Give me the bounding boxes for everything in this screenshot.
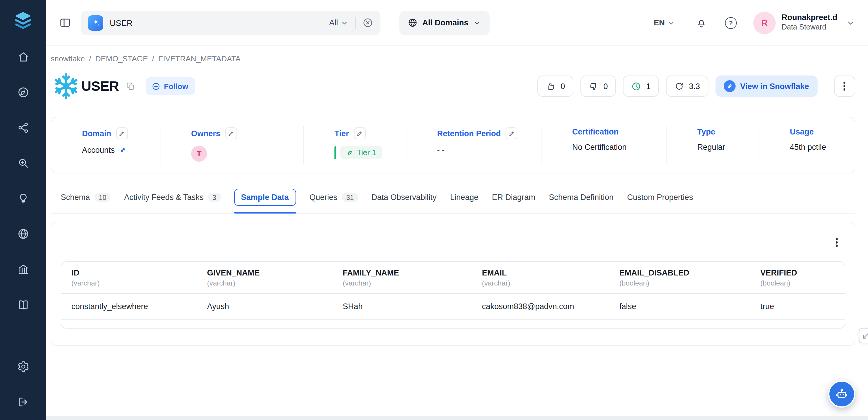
- global-search-bar[interactable]: USER All: [81, 10, 380, 35]
- breadcrumb-item[interactable]: FIVETRAN_METADATA: [158, 54, 241, 63]
- tab-schema-definition[interactable]: Schema Definition: [549, 193, 614, 202]
- user-avatar[interactable]: R: [753, 11, 776, 34]
- search-scope-dropdown[interactable]: All: [329, 18, 349, 27]
- network-icon[interactable]: [17, 121, 29, 134]
- breadcrumb: snowflake / DEMO_STAGE / FIVETRAN_METADA…: [51, 54, 855, 63]
- leaf-icon: [346, 149, 353, 156]
- topbar-right: EN ? R Rounakpreet.d Data Steward: [654, 11, 855, 34]
- thumbs-up-icon: [546, 81, 556, 91]
- compass-icon[interactable]: [17, 86, 29, 98]
- column-header[interactable]: ID(varchar): [61, 262, 197, 294]
- column-header[interactable]: FAMILY_NAME(varchar): [333, 262, 472, 294]
- copy-icon[interactable]: [126, 82, 135, 91]
- breadcrumb-item[interactable]: DEMO_STAGE: [95, 54, 148, 63]
- home-icon[interactable]: [17, 51, 29, 63]
- field-owners: Owners T: [160, 126, 304, 164]
- breadcrumb-item[interactable]: snowflake: [51, 54, 85, 63]
- owner-avatar[interactable]: T: [191, 146, 207, 162]
- score-button[interactable]: 3.3: [666, 76, 708, 97]
- side-panel-expand-icon[interactable]: [859, 328, 868, 343]
- settings-gear-icon[interactable]: [17, 360, 29, 373]
- tier-accent-bar: [335, 146, 336, 159]
- chatbot-button[interactable]: [828, 381, 855, 408]
- tier-badge[interactable]: Tier 1: [340, 146, 382, 159]
- thumbs-down-icon: [589, 81, 599, 91]
- atlan-logo-icon[interactable]: [12, 8, 34, 31]
- refresh-icon: [674, 81, 684, 91]
- column-header[interactable]: GIVEN_NAME(varchar): [197, 262, 333, 294]
- table-cell: cakosom838@padvn.com: [472, 294, 609, 320]
- edit-pencil-icon[interactable]: [505, 127, 517, 139]
- tab-schema[interactable]: Schema10: [61, 193, 111, 202]
- globe-icon[interactable]: [17, 228, 29, 240]
- insights-bulb-icon[interactable]: [17, 192, 29, 205]
- likes-button[interactable]: 0: [538, 76, 574, 97]
- domain-value[interactable]: Accounts: [82, 146, 115, 154]
- tab-badge: 31: [342, 193, 358, 202]
- edit-pencil-icon[interactable]: [225, 127, 237, 139]
- search-clear-icon[interactable]: [362, 17, 373, 28]
- governance-bank-icon[interactable]: [17, 263, 29, 275]
- tab-lineage[interactable]: Lineage: [450, 193, 478, 202]
- search-input[interactable]: USER: [110, 18, 323, 27]
- search-tool-icon[interactable]: [17, 157, 29, 169]
- column-header[interactable]: VERIFIED(boolean): [750, 262, 844, 294]
- panel-toggle-icon[interactable]: [59, 17, 71, 29]
- ai-sparkle-icon: [88, 15, 103, 30]
- field-tier: Tier Tier 1: [304, 126, 406, 164]
- recency-button[interactable]: 1: [623, 76, 659, 97]
- asset-header: USER Follow 0 0 1: [51, 71, 855, 101]
- user-role: Data Steward: [782, 23, 837, 32]
- dislikes-button[interactable]: 0: [581, 76, 616, 97]
- logout-icon[interactable]: [17, 396, 29, 408]
- field-certification: Certification No Certification: [541, 126, 666, 164]
- glossary-book-icon[interactable]: [17, 299, 29, 311]
- overview-card: Domain Accounts Owners T Tier Tier 1: [51, 117, 855, 173]
- robot-icon: [834, 387, 848, 401]
- follow-button[interactable]: Follow: [146, 77, 195, 95]
- notifications-bell-icon[interactable]: [695, 17, 707, 29]
- table-cell: Ayush: [197, 294, 333, 320]
- tab-queries[interactable]: Queries31: [309, 193, 358, 202]
- sidebar: [0, 0, 46, 420]
- kebab-icon: [843, 85, 845, 87]
- app-window: USER All All Domains EN ? R Rounakpreet.…: [0, 0, 868, 420]
- chevron-down-icon: [473, 19, 481, 27]
- field-type: Type Regular: [666, 126, 759, 164]
- edit-pencil-icon[interactable]: [353, 127, 365, 139]
- sample-data-table: ID(varchar) GIVEN_NAME(varchar) FAMILY_N…: [61, 261, 845, 329]
- search-divider: [355, 17, 356, 29]
- sidebar-nav: [17, 51, 29, 311]
- column-header[interactable]: EMAIL(varchar): [472, 262, 609, 294]
- field-retention-period: Retention Period - -: [406, 126, 541, 164]
- asset-actions: 0 0 1 3.3 View in Snowflake: [538, 76, 855, 97]
- tab-activity-feeds-tasks[interactable]: Activity Feeds & Tasks3: [124, 193, 220, 202]
- field-usage: Usage 45th pctile: [759, 126, 855, 164]
- sample-data-more-menu[interactable]: [830, 235, 844, 249]
- edit-pencil-icon[interactable]: [116, 127, 128, 139]
- table-cell: false: [609, 294, 750, 320]
- table-header-row: ID(varchar) GIVEN_NAME(varchar) FAMILY_N…: [61, 262, 844, 294]
- all-domains-dropdown[interactable]: All Domains: [399, 10, 490, 35]
- asset-tabs: Schema10 Activity Feeds & Tasks3 Sample …: [51, 184, 855, 214]
- domain-link-icon[interactable]: [119, 146, 127, 154]
- user-identity: Rounakpreet.d Data Steward: [782, 13, 837, 32]
- table-cell: SHah: [333, 294, 472, 320]
- tab-custom-properties[interactable]: Custom Properties: [627, 193, 693, 202]
- table-cell: true: [750, 294, 844, 320]
- chevron-down-icon: [667, 19, 675, 27]
- view-in-snowflake-button[interactable]: View in Snowflake: [715, 76, 817, 97]
- tab-sample-data[interactable]: Sample Data: [234, 189, 296, 206]
- asset-more-menu-button[interactable]: [834, 76, 855, 97]
- help-icon[interactable]: ?: [725, 17, 737, 29]
- user-name: Rounakpreet.d: [782, 13, 837, 23]
- table-row[interactable]: constantly_elsewhere Ayush SHah cakosom8…: [61, 294, 844, 320]
- column-header[interactable]: EMAIL_DISABLED(boolean): [609, 262, 750, 294]
- tab-data-observability[interactable]: Data Observability: [371, 193, 436, 202]
- language-dropdown[interactable]: EN: [654, 18, 675, 27]
- chevron-down-icon: [340, 19, 349, 27]
- circle-plus-icon: [152, 82, 160, 91]
- horizontal-scrollbar[interactable]: [46, 416, 868, 420]
- tab-er-diagram[interactable]: ER Diagram: [492, 193, 535, 202]
- user-menu-chevron-icon[interactable]: [845, 18, 855, 27]
